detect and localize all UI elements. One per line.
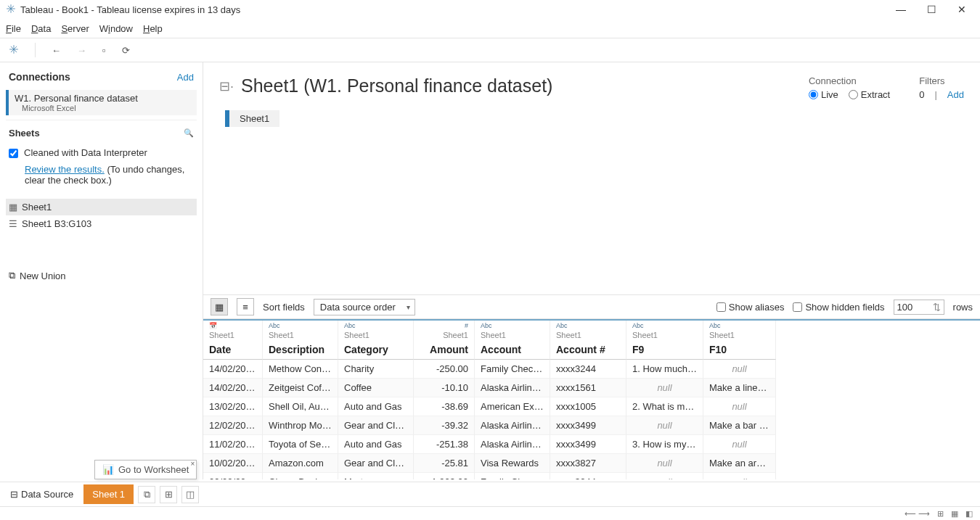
col-header[interactable]: Account <box>475 340 550 360</box>
col-type[interactable]: Abc <box>626 321 703 331</box>
radio-live[interactable] <box>809 90 818 99</box>
cell: xxxx3827 <box>550 454 626 473</box>
new-worksheet-button[interactable]: ⧉ <box>138 486 155 503</box>
table-row[interactable]: 10/02/2018Amazon.comGear and Clot…-25.81… <box>203 454 980 473</box>
cell: -1,903.00 <box>414 473 475 479</box>
menu-server[interactable]: Server <box>61 23 89 34</box>
tab-sheet1[interactable]: Sheet 1 <box>83 484 134 504</box>
cell: 09/02/2018 <box>203 473 263 479</box>
col-type[interactable]: Abc <box>703 321 776 331</box>
menu-data[interactable]: Data <box>31 23 51 34</box>
metadata-view-button[interactable]: ≡ <box>237 298 254 315</box>
cell: Make a line gr… <box>703 379 776 397</box>
maximize-button[interactable]: ☐ <box>916 1 947 18</box>
connections-heading: Connections <box>9 71 70 83</box>
canvas-table-pill[interactable]: Sheet1 <box>225 110 279 127</box>
cell: Family Checki… <box>475 360 550 379</box>
data-interpreter-checkbox[interactable] <box>9 149 18 158</box>
col-header[interactable]: Amount <box>414 340 475 360</box>
data-grid[interactable]: 📅AbcAbc#AbcAbcAbcAbcSheet1Sheet1Sheet1Sh… <box>203 319 980 479</box>
menu-window[interactable]: Window <box>99 23 133 34</box>
col-header[interactable]: F10 <box>703 340 776 360</box>
back-icon[interactable]: ← <box>52 45 61 56</box>
rows-label: rows <box>953 302 973 313</box>
grid-view-button[interactable]: ▦ <box>211 298 228 315</box>
new-dashboard-button[interactable]: ⊞ <box>160 486 177 503</box>
cell: null <box>626 473 703 479</box>
col-type[interactable]: Abc <box>475 321 550 331</box>
cell: xxxx1561 <box>550 379 626 397</box>
cell: Visa Rewards <box>475 454 550 473</box>
col-type[interactable]: Abc <box>550 321 626 331</box>
table-row[interactable]: 11/02/2018Toyota of Sea…Auto and Gas-251… <box>203 435 980 454</box>
table-row[interactable]: 14/02/2018Methow Cons…Charity-250.00Fami… <box>203 360 980 379</box>
col-type[interactable]: Abc <box>338 321 414 331</box>
add-connection-link[interactable]: Add <box>177 72 194 83</box>
cell: -25.81 <box>414 454 475 473</box>
show-hidden-option[interactable]: Show hidden fields <box>793 302 884 313</box>
col-header[interactable]: F9 <box>626 340 703 360</box>
cell: 13/02/2018 <box>203 397 263 416</box>
sheets-heading: Sheets <box>9 128 40 139</box>
add-filter-link[interactable]: Add <box>947 89 964 100</box>
view-icon[interactable]: ⊞ <box>937 509 944 519</box>
rows-input[interactable]: 100 ⇅ <box>894 300 944 315</box>
sort-order-dropdown[interactable]: Data source order ▾ <box>314 299 415 315</box>
show-aliases-option[interactable]: Show aliases <box>716 302 785 313</box>
sheet-item-sheet1-range[interactable]: ☰ Sheet1 B3:G103 <box>6 215 197 232</box>
datasource-icon: ⊟ <box>10 489 18 500</box>
col-sheet: Sheet1 <box>263 331 338 340</box>
view-icon[interactable]: ▦ <box>951 509 958 519</box>
connection-extract-option[interactable]: Extract <box>849 89 890 100</box>
col-sheet: Sheet1 <box>414 331 475 340</box>
minimize-button[interactable]: — <box>886 1 916 18</box>
col-type[interactable]: # <box>414 321 475 331</box>
connection-name: W1. Personal finance dataset <box>15 93 191 104</box>
menu-help[interactable]: Help <box>143 23 163 34</box>
col-header[interactable]: Date <box>203 340 263 360</box>
table-row[interactable]: 12/02/2018Winthrop Mo…Gear and Clot…-39.… <box>203 416 980 435</box>
cell: null <box>703 435 776 454</box>
forward-icon[interactable]: → <box>77 45 86 56</box>
save-icon[interactable]: ▫ <box>102 45 106 56</box>
close-button[interactable]: ✕ <box>947 1 977 18</box>
search-icon[interactable]: 🔍 <box>184 128 194 138</box>
refresh-icon[interactable]: ⟳ <box>122 45 130 56</box>
table-row[interactable]: 09/02/2018Chase Bank M…Mortgage-1,903.00… <box>203 473 980 479</box>
cell: Family Checki… <box>475 473 550 479</box>
connection-item[interactable]: W1. Personal finance dataset Microsoft E… <box>6 90 197 115</box>
cell: null <box>703 360 776 379</box>
view-icon[interactable]: ⟵ ⟶ <box>905 509 930 519</box>
close-icon[interactable]: × <box>190 460 195 468</box>
new-union-button[interactable]: ⧉ New Union <box>6 265 197 286</box>
view-icon[interactable]: ◧ <box>965 509 973 519</box>
col-type[interactable]: Abc <box>263 321 338 331</box>
cell: Winthrop Mo… <box>263 416 338 435</box>
review-results-link[interactable]: Review the results. <box>25 164 105 175</box>
menu-file[interactable]: File <box>6 23 21 34</box>
cell: Mortgage <box>338 473 414 479</box>
cell: Auto and Gas <box>338 397 414 416</box>
tab-data-source[interactable]: ⊟ Data Source <box>4 486 79 503</box>
datasource-title[interactable]: Sheet1 (W1. Personal finance dataset) <box>241 75 552 96</box>
status-bar: ⟵ ⟶ ⊞ ▦ ◧ <box>0 506 980 520</box>
radio-extract[interactable] <box>849 90 858 99</box>
col-header[interactable]: Account # <box>550 340 626 360</box>
cell: null <box>626 379 703 397</box>
go-ws-label: Go to Worksheet <box>118 464 189 475</box>
cell: American Exp… <box>475 397 550 416</box>
table-row[interactable]: 13/02/2018Shell Oil, Auto…Auto and Gas-3… <box>203 397 980 416</box>
cell: -10.10 <box>414 379 475 397</box>
show-aliases-checkbox[interactable] <box>716 302 726 312</box>
table-row[interactable]: 14/02/2018Zeitgeist Coff…Coffee-10.10Ala… <box>203 379 980 397</box>
cell: Toyota of Sea… <box>263 435 338 454</box>
cell: Auto and Gas <box>338 435 414 454</box>
col-header[interactable]: Category <box>338 340 414 360</box>
show-hidden-checkbox[interactable] <box>793 302 802 312</box>
col-header[interactable]: Description <box>263 340 338 360</box>
connection-live-option[interactable]: Live <box>809 89 838 100</box>
new-story-button[interactable]: ◫ <box>181 486 199 503</box>
col-type[interactable]: 📅 <box>203 321 263 331</box>
tableau-icon[interactable] <box>9 44 19 57</box>
sheet-item-sheet1[interactable]: ▦ Sheet1 <box>6 199 197 215</box>
